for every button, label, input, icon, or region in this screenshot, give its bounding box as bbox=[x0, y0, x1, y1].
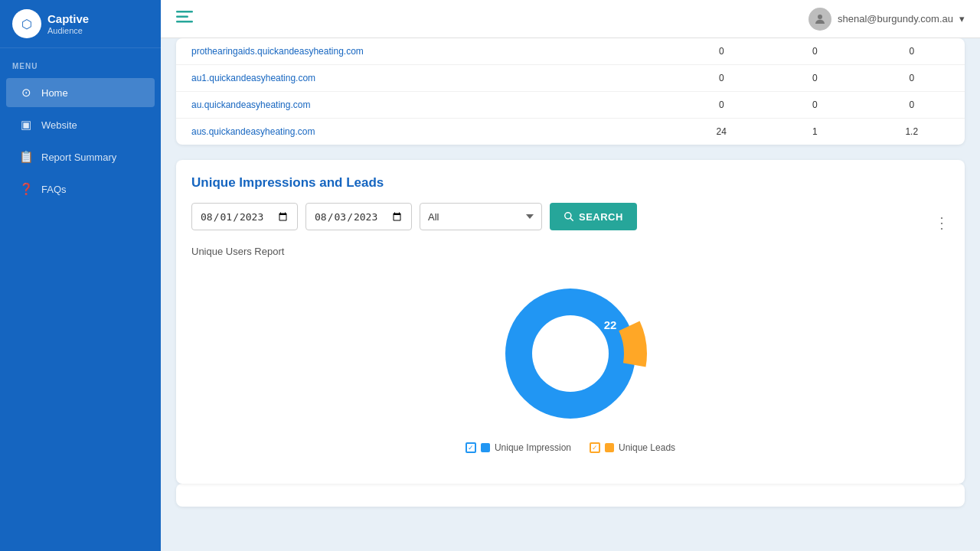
website-icon: ▣ bbox=[18, 118, 34, 132]
report-subtitle: Unique Users Report bbox=[191, 246, 949, 257]
table-row: aus.quickandeasyheating.com 24 1 1.2 bbox=[176, 119, 965, 145]
header: shenal@burgundy.com.au ▾ bbox=[161, 0, 980, 38]
sidebar-item-faqs-label: FAQs bbox=[41, 184, 67, 195]
domain-cell: aus.quickandeasyheating.com bbox=[176, 119, 671, 145]
col3-cell: 1.2 bbox=[858, 119, 965, 145]
col2-cell: 1 bbox=[771, 119, 858, 145]
svg-point-3 bbox=[818, 15, 822, 19]
col1-cell: 24 bbox=[671, 119, 771, 145]
sidebar: ⬡ Captive Audience MENU ⊙ Home ▣ Website… bbox=[0, 0, 161, 551]
menu-label: MENU bbox=[0, 48, 161, 77]
app-tagline: Audience bbox=[47, 26, 89, 35]
faqs-icon: ❓ bbox=[18, 182, 34, 196]
bottom-card-partial bbox=[176, 484, 965, 507]
leads-checkbox[interactable]: ✓ bbox=[590, 442, 600, 453]
content-area: prothearingaids.quickandeasyheating.com … bbox=[161, 38, 980, 551]
domain-table: prothearingaids.quickandeasyheating.com … bbox=[176, 38, 965, 145]
user-dropdown-icon[interactable]: ▾ bbox=[959, 13, 965, 24]
sidebar-item-website-label: Website bbox=[41, 119, 77, 131]
donut-chart: 238 22 bbox=[494, 277, 647, 430]
filter-select[interactable]: All bbox=[420, 203, 542, 230]
home-icon: ⊙ bbox=[18, 86, 34, 99]
sidebar-item-report-label: Report Summary bbox=[41, 152, 116, 163]
col3-cell: 0 bbox=[858, 38, 965, 65]
domain-table-card: prothearingaids.quickandeasyheating.com … bbox=[176, 38, 965, 145]
sidebar-item-website[interactable]: ▣ Website bbox=[6, 110, 155, 139]
report-icon: 📋 bbox=[18, 150, 34, 164]
domain-cell: au1.quickandeasyheating.com bbox=[176, 65, 671, 92]
hamburger-icon[interactable] bbox=[176, 11, 193, 27]
logo-text-wrapper: Captive Audience bbox=[47, 12, 89, 35]
sidebar-item-home-label: Home bbox=[41, 87, 68, 99]
col1-cell: 0 bbox=[671, 65, 771, 92]
col1-cell: 0 bbox=[671, 92, 771, 119]
search-button[interactable]: SEARCH bbox=[550, 203, 637, 230]
domain-cell: prothearingaids.quickandeasyheating.com bbox=[176, 38, 671, 65]
domain-cell: au.quickandeasyheating.com bbox=[176, 92, 671, 119]
filter-row: All SEARCH bbox=[191, 203, 949, 230]
col1-cell: 0 bbox=[671, 38, 771, 65]
chart-card: Unique Impressions and Leads All SEARCH … bbox=[176, 160, 965, 484]
impression-dot bbox=[481, 443, 490, 452]
svg-line-5 bbox=[570, 218, 573, 220]
chart-legend: ✓ Unique Impression ✓ Unique Leads bbox=[466, 442, 675, 453]
logo-icon: ⬡ bbox=[12, 9, 41, 38]
svg-rect-2 bbox=[176, 21, 193, 23]
date-to-input[interactable] bbox=[305, 203, 412, 230]
col2-cell: 0 bbox=[771, 38, 858, 65]
legend-item-impression: ✓ Unique Impression bbox=[466, 442, 571, 453]
main-wrapper: shenal@burgundy.com.au ▾ prothearingaids… bbox=[161, 0, 980, 551]
svg-rect-1 bbox=[176, 16, 188, 18]
col2-cell: 0 bbox=[771, 92, 858, 119]
col3-cell: 0 bbox=[858, 92, 965, 119]
svg-text:22: 22 bbox=[604, 318, 617, 331]
search-icon bbox=[564, 211, 574, 222]
app-name: Captive bbox=[47, 12, 89, 26]
search-label: SEARCH bbox=[579, 211, 623, 223]
user-email: shenal@burgundy.com.au bbox=[838, 13, 953, 24]
svg-rect-0 bbox=[176, 11, 193, 13]
sidebar-item-home[interactable]: ⊙ Home bbox=[6, 78, 155, 107]
legend-item-leads: ✓ Unique Leads bbox=[590, 442, 675, 453]
donut-chart-wrapper: 238 22 ✓ Unique Impression ✓ Unique Lead… bbox=[191, 269, 949, 468]
chart-section-title: Unique Impressions and Leads bbox=[191, 175, 949, 191]
col3-cell: 0 bbox=[858, 65, 965, 92]
col2-cell: 0 bbox=[771, 65, 858, 92]
header-right: shenal@burgundy.com.au ▾ bbox=[808, 8, 965, 31]
table-row: au.quickandeasyheating.com 0 0 0 bbox=[176, 92, 965, 119]
sidebar-item-report-summary[interactable]: 📋 Report Summary bbox=[6, 142, 155, 171]
table-row: au1.quickandeasyheating.com 0 0 0 bbox=[176, 65, 965, 92]
impression-checkbox[interactable]: ✓ bbox=[466, 442, 476, 453]
sidebar-item-faqs[interactable]: ❓ FAQs bbox=[6, 174, 155, 204]
impression-label: Unique Impression bbox=[495, 442, 571, 453]
leads-dot bbox=[605, 443, 614, 452]
sidebar-logo: ⬡ Captive Audience bbox=[0, 0, 161, 48]
leads-label: Unique Leads bbox=[619, 442, 675, 453]
more-options-icon[interactable]: ⋮ bbox=[934, 214, 949, 232]
avatar bbox=[808, 8, 831, 31]
date-from-input[interactable] bbox=[191, 203, 298, 230]
table-row: prothearingaids.quickandeasyheating.com … bbox=[176, 38, 965, 65]
svg-text:238: 238 bbox=[559, 376, 582, 391]
